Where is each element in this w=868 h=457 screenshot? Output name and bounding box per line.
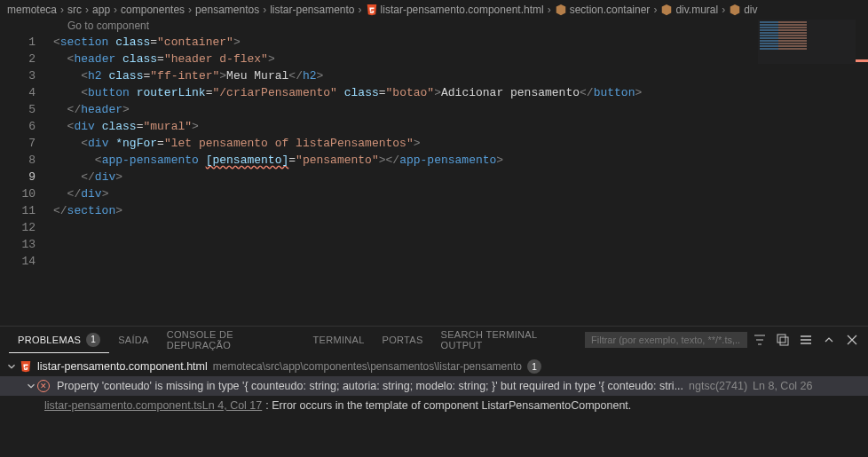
problem-item[interactable]: ✕ Property 'conteudo' is missing in type… bbox=[0, 376, 868, 396]
breadcrumb-item[interactable]: div bbox=[744, 4, 757, 16]
breadcrumb-item[interactable]: pensamentos bbox=[195, 4, 259, 16]
chevron-down-icon[interactable] bbox=[25, 380, 37, 392]
html5-icon bbox=[366, 4, 378, 16]
error-icon: ✕ bbox=[37, 380, 50, 392]
panel-tabs: PROBLEMAS1 SAÍDA CONSOLE DE DEPURAÇÃO TE… bbox=[0, 327, 868, 353]
line-gutter: 1234 5678 91011 121314 bbox=[0, 34, 53, 270]
symbol-icon bbox=[555, 4, 567, 16]
breadcrumb-item[interactable]: src bbox=[67, 4, 82, 16]
breadcrumb-item[interactable]: div.mural bbox=[675, 4, 718, 16]
symbol-icon bbox=[660, 4, 673, 16]
breadcrumb-item[interactable]: listar-pensamento bbox=[270, 4, 354, 16]
problem-related-info[interactable]: listar-pensamento.component.tsLn 4, Col … bbox=[0, 396, 868, 415]
problems-badge: 1 bbox=[86, 333, 100, 347]
problem-message: Property 'conteudo' is missing in type '… bbox=[57, 380, 683, 392]
filter-input[interactable] bbox=[585, 332, 747, 348]
breadcrumb: memoteca› src› app› componentes› pensame… bbox=[0, 0, 868, 20]
svg-rect-0 bbox=[777, 335, 785, 343]
filter-icon[interactable] bbox=[753, 333, 767, 347]
view-as-tree-icon[interactable] bbox=[799, 333, 813, 347]
tab-output[interactable]: SAÍDA bbox=[109, 327, 158, 353]
problems-panel: PROBLEMAS1 SAÍDA CONSOLE DE DEPURAÇÃO TE… bbox=[0, 326, 868, 457]
problem-code: ngtsc(2741) bbox=[689, 380, 747, 392]
collapse-all-icon[interactable] bbox=[776, 333, 790, 347]
tab-search-terminal[interactable]: SEARCH TERMINAL OUTPUT bbox=[432, 327, 585, 353]
related-text: : Error occurs in the template of compon… bbox=[265, 399, 631, 412]
breadcrumb-item[interactable]: app bbox=[92, 4, 110, 16]
related-file-link[interactable]: listar-pensamento.component.tsLn 4, Col … bbox=[44, 399, 262, 412]
minimap[interactable] bbox=[758, 20, 856, 64]
code-content[interactable]: <section class="container"> <header clas… bbox=[53, 34, 868, 270]
problems-list: listar-pensamento.component.html memotec… bbox=[0, 353, 868, 419]
breadcrumb-item[interactable]: memoteca bbox=[7, 4, 57, 16]
problem-count-badge: 1 bbox=[527, 359, 541, 374]
svg-rect-1 bbox=[780, 337, 788, 345]
problem-location: Ln 8, Col 26 bbox=[753, 380, 812, 392]
close-panel-icon[interactable] bbox=[845, 333, 859, 347]
html5-icon bbox=[20, 360, 32, 373]
breadcrumb-item[interactable]: listar-pensamento.component.html bbox=[381, 4, 544, 16]
breadcrumb-item[interactable]: componentes bbox=[121, 4, 185, 16]
tab-ports[interactable]: PORTAS bbox=[374, 327, 432, 353]
scroll-error-marker bbox=[856, 59, 868, 62]
editor-scrollbar[interactable] bbox=[856, 20, 868, 326]
tab-terminal[interactable]: TERMINAL bbox=[304, 327, 374, 353]
problem-file-path: memoteca\src\app\componentes\pensamentos… bbox=[213, 360, 522, 373]
symbol-icon bbox=[729, 4, 741, 16]
tab-debug-console[interactable]: CONSOLE DE DEPURAÇÃO bbox=[158, 327, 304, 353]
maximize-panel-icon[interactable] bbox=[822, 333, 836, 347]
breadcrumb-item[interactable]: section.container bbox=[570, 4, 651, 16]
code-line: <section bbox=[53, 35, 108, 49]
chevron-down-icon[interactable] bbox=[5, 360, 18, 373]
go-to-component-link[interactable]: Go to component bbox=[0, 20, 868, 34]
tab-problems[interactable]: PROBLEMAS1 bbox=[9, 327, 109, 353]
problem-file-name: listar-pensamento.component.html bbox=[37, 360, 208, 373]
problem-file-row[interactable]: listar-pensamento.component.html memotec… bbox=[0, 357, 868, 376]
code-editor[interactable]: 1234 5678 91011 121314 <section class="c… bbox=[0, 34, 868, 270]
